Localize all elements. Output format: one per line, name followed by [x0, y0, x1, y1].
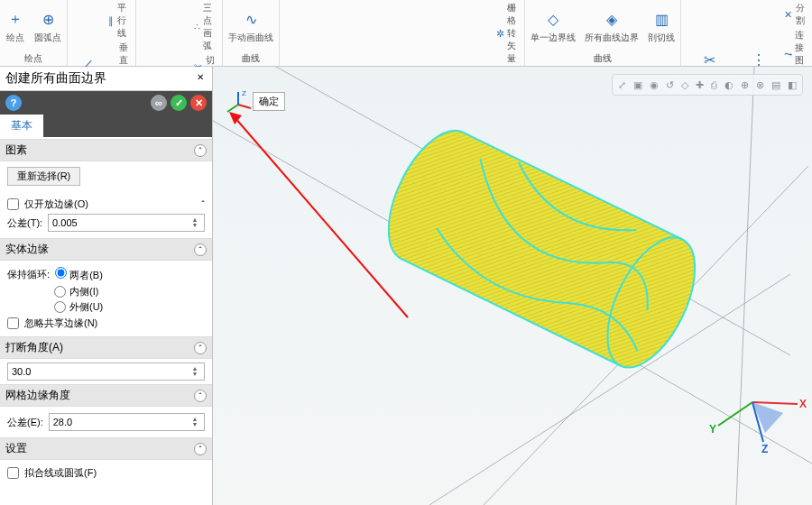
svg-text:X: X — [799, 398, 807, 410]
arc-center-tool-icon: ⊕ — [38, 10, 58, 30]
panel-title: 创建所有曲面边界 — [5, 70, 106, 87]
freehand-curve-icon: ∿ — [241, 10, 261, 30]
viewport-tool-1[interactable]: ▣ — [633, 79, 642, 91]
connect-element-icon: ⤳ — [784, 48, 792, 60]
confirm-button[interactable]: 确定 — [253, 92, 285, 111]
spinner-icon[interactable]: ▲▼ — [189, 366, 200, 377]
break-angle-input[interactable]: 30.0 ▲▼ — [7, 363, 205, 381]
chevron-up-icon[interactable]: ˆ — [194, 443, 207, 455]
single-boundary[interactable]: ◇单一边界线 — [529, 8, 577, 46]
section-settings[interactable]: 设置 ˆ — [0, 437, 212, 460]
section-mesh-angle[interactable]: 网格边缘角度 ˆ — [0, 384, 212, 407]
chevron-up-icon[interactable]: ˆ — [194, 144, 207, 157]
viewport-tool-7[interactable]: ◐ — [724, 79, 734, 91]
viewport-tool-0[interactable]: ⤢ — [618, 79, 626, 91]
viewport-tool-10[interactable]: ▤ — [771, 79, 780, 91]
ok-icon[interactable]: ✓ — [171, 95, 187, 111]
parallel-line-icon: ∥ — [107, 14, 115, 27]
all-surface-boundary[interactable]: ◈所有曲线边界 — [583, 8, 641, 46]
section-element[interactable]: 图素 ˆ — [0, 139, 212, 161]
svg-line-17 — [752, 402, 798, 404]
bolt-circle-icon: ✲ — [496, 27, 504, 40]
open-edges-checkbox[interactable] — [7, 198, 19, 210]
strip-surface-icon: ▥ — [651, 10, 671, 30]
split-tool-icon: ✕ — [784, 8, 793, 21]
model-render: X Y Z — [213, 67, 812, 505]
ribbon-group-label: 曲线 — [226, 51, 275, 66]
ribbon-group-label: 曲线 — [529, 51, 677, 66]
fit-arcs-checkbox[interactable] — [7, 467, 19, 479]
viewport-tool-6[interactable]: ⎙ — [711, 79, 717, 90]
viewport-tool-5[interactable]: ✚ — [696, 79, 704, 91]
freehand-curve[interactable]: ∿手动画曲线 — [226, 8, 275, 46]
point-tool-icon: ＋ — [5, 10, 25, 30]
spinner-icon[interactable]: ▲▼ — [189, 417, 200, 427]
section-solid-edges[interactable]: 实体边缘 ˆ — [0, 238, 212, 261]
svg-text:Y: Y — [709, 423, 716, 436]
chevron-up-icon[interactable]: ˆ — [194, 390, 207, 402]
chevron-up-icon[interactable]: ˆ — [194, 243, 207, 256]
link-icon[interactable]: ∞ — [151, 95, 167, 111]
svg-line-6 — [736, 67, 754, 505]
section-break-angle[interactable]: 打断角度(A) ˆ — [0, 336, 212, 359]
svg-text:Z: Z — [242, 90, 246, 97]
viewport-tool-11[interactable]: ◧ — [788, 79, 797, 91]
viewport-tool-9[interactable]: ⊗ — [756, 79, 764, 91]
svg-text:Z: Z — [761, 443, 768, 455]
viewport-tool-2[interactable]: ◉ — [650, 79, 659, 91]
orientation-triad-icon: Z — [224, 90, 253, 119]
tab-basic[interactable]: 基本 — [0, 115, 43, 137]
viewport-tool-4[interactable]: ◇ — [681, 79, 688, 91]
sidebar-panel: 创建所有曲面边界 ✕ ? ∞ ✓ ✕ 基本 图素 ˆ 重新选择(R) 仅开放边缘… — [0, 67, 213, 505]
parallel-line[interactable]: ∥平行线 — [107, 2, 132, 40]
strip-surface[interactable]: ▥剖切线 — [646, 8, 677, 46]
svg-line-1 — [227, 105, 238, 112]
close-icon[interactable]: ✕ — [194, 72, 207, 85]
ignore-shared-checkbox[interactable] — [7, 317, 19, 329]
spinner-icon[interactable]: ▲▼ — [189, 217, 200, 228]
keep-both-radio[interactable] — [55, 267, 67, 279]
arc-center-tool[interactable]: ⊕圆弧点 — [32, 8, 63, 46]
viewport-tool-3[interactable]: ↺ — [666, 79, 674, 91]
tolerance-input[interactable]: 0.005 ▲▼ — [48, 214, 205, 232]
chevron-up-icon[interactable]: ˆ — [201, 199, 205, 210]
point-tool[interactable]: ＋绘点 — [4, 8, 27, 46]
mesh-angle-input[interactable]: 28.0 ▲▼ — [49, 413, 205, 431]
help-icon[interactable]: ? — [5, 95, 22, 111]
three-point-arc-icon: ∴ — [194, 21, 200, 33]
chevron-up-icon[interactable]: ˆ — [194, 342, 207, 354]
svg-line-18 — [718, 402, 752, 426]
split-tool[interactable]: ✕分割 — [784, 2, 808, 27]
ribbon-group-label: 绘点 — [4, 51, 63, 66]
keep-outside-radio[interactable] — [54, 301, 66, 313]
cancel-icon[interactable]: ✕ — [190, 95, 207, 111]
3d-viewport[interactable]: ⤢▣◉↺◇✚⎙◐⊕⊗▤◧ Z 确定 — [213, 67, 812, 505]
all-surface-boundary-icon: ◈ — [602, 10, 622, 30]
bolt-circle[interactable]: ✲栅格转矢量 — [496, 2, 521, 65]
three-point-arc[interactable]: ∴三点画弧 — [194, 2, 218, 52]
keep-inside-radio[interactable] — [54, 286, 66, 298]
svg-line-0 — [238, 105, 251, 108]
single-boundary-icon: ◇ — [543, 10, 563, 30]
viewport-tool-8[interactable]: ⊕ — [741, 79, 749, 91]
viewport-toolbar: ⤢▣◉↺◇✚⎙◐⊕⊗▤◧ — [612, 74, 803, 96]
reselect-button[interactable]: 重新选择(R) — [7, 167, 80, 186]
